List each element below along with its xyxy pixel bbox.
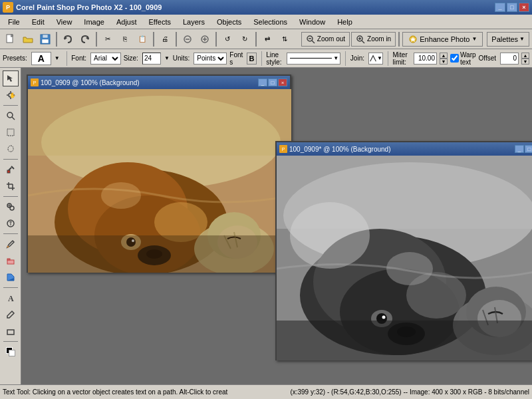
toolbar-sep6 [255,32,257,47]
zoom-tool[interactable] [3,108,19,124]
presets-label: Presets: [3,55,27,62]
menu-view[interactable]: View [51,17,78,27]
select-rect-tool[interactable] [3,124,19,140]
pen-tool[interactable] [3,307,19,323]
toolbar2-div3 [345,51,346,66]
tool-sep2 [3,159,18,160]
svg-rect-40 [7,260,14,264]
app-title: Corel Paint Shop Pro Photo X2 - 100_0909 [16,3,162,11]
menu-file[interactable]: File [3,17,25,27]
size-dropdown[interactable]: ▼ [164,51,170,66]
menu-adjust[interactable]: Adjust [111,17,142,27]
lasso-tool[interactable] [3,141,19,157]
brush-tool[interactable] [3,236,19,252]
warp-text-checkbox[interactable] [450,54,459,63]
brush-size-down[interactable] [180,32,196,47]
zoom-out-button[interactable]: Zoom out [301,32,350,47]
units-select[interactable]: Points [194,53,227,65]
flip-v[interactable]: ⇅ [277,32,293,47]
flip-h[interactable]: ⇄ [259,32,275,47]
fill-tool[interactable] [3,269,19,285]
offset-down[interactable]: ▼ [521,59,529,65]
menu-help[interactable]: Help [332,17,358,27]
svg-text:✋: ✋ [9,92,15,98]
crop-tool[interactable] [3,178,19,194]
open-button[interactable] [20,32,36,47]
doc-controls-1[interactable]: _ □ × [258,78,287,86]
cut-button[interactable]: ✂ [100,32,116,47]
preset-dropdown[interactable]: ▼ [53,51,62,66]
minimize-button[interactable]: _ [495,3,505,12]
pan-tool[interactable]: ✋ [3,87,19,103]
line-style-dropdown[interactable]: ▼ [287,53,340,65]
bold-button[interactable]: B [247,53,256,65]
color-fg[interactable] [3,344,19,360]
preset-value[interactable]: A [31,52,51,65]
offset-input[interactable] [500,53,519,65]
doc-minimize-2[interactable]: _ [515,145,524,153]
join-dropdown[interactable]: ▼ [368,53,383,65]
arrow-tool[interactable] [3,70,19,86]
svg-rect-25 [7,129,14,136]
doc-restore-1[interactable]: □ [268,78,277,86]
undo-button[interactable] [60,32,76,47]
toolbar-sep1 [56,32,57,47]
svg-rect-2 [43,35,48,38]
rotate-right[interactable]: ↻ [237,32,253,47]
paste-button[interactable]: 📋 [134,32,150,47]
zoom-out-label: Zoom out [317,35,345,43]
menu-effects[interactable]: Effects [144,17,176,27]
miter-spinner[interactable]: ▲ ▼ [440,53,448,65]
font-select[interactable]: Arial [90,53,121,65]
text-tool[interactable]: A [3,290,19,306]
clone-tool[interactable] [3,199,19,215]
doc-controls-2[interactable]: _ □ × [515,145,532,153]
doc-close-1[interactable]: × [278,78,287,86]
miter-up[interactable]: ▲ [440,53,448,59]
print-button[interactable]: 🖨 [157,32,173,47]
toolbar2-div1 [66,51,67,66]
maximize-button[interactable]: □ [507,3,517,12]
font-s-label: Font s [229,51,243,66]
toolbox: ✋ [0,68,21,384]
offset-up[interactable]: ▲ [521,53,529,59]
enhance-photo-button[interactable]: Enhance Photo ▼ [402,32,483,47]
menu-objects[interactable]: Objects [211,17,247,27]
brush-size-up[interactable] [197,32,213,47]
offset-spinner[interactable]: ▲ ▼ [521,53,529,65]
close-button[interactable]: × [519,3,529,12]
doc-minimize-1[interactable]: _ [258,78,267,86]
miter-down[interactable]: ▼ [440,59,448,65]
redo-button[interactable] [77,32,93,47]
rotate-left[interactable]: ↺ [219,32,235,47]
eraser-tool[interactable] [3,253,19,269]
title-bar-controls[interactable]: _ □ × [495,3,529,12]
save-button[interactable] [37,32,53,47]
palettes-button[interactable]: Palettes ▼ [487,32,529,47]
shape-tool[interactable] [3,323,19,339]
menu-selections[interactable]: Selections [248,17,293,27]
palettes-label: Palettes [491,35,518,43]
doc-titlebar-2[interactable]: P 100_0909* @ 100% (Background) _ □ × [277,142,532,156]
menu-image[interactable]: Image [78,17,110,27]
svg-text:A: A [8,294,14,303]
copy-button[interactable]: ⎘ [117,32,133,47]
menu-edit[interactable]: Edit [27,17,50,27]
svg-rect-3 [42,39,49,43]
miter-input[interactable] [414,53,437,65]
svg-line-24 [12,117,15,120]
menu-layers[interactable]: Layers [178,17,210,27]
menu-window[interactable]: Window [294,17,331,27]
doc-titlebar-1[interactable]: P 100_0909 @ 100% (Background) _ □ × [28,76,290,89]
eyedropper-tool[interactable] [3,162,19,178]
retouch-tool[interactable] [3,215,19,231]
toolbar-sep2 [96,32,97,47]
doc-content-2 [277,156,532,360]
new-button[interactable] [3,32,19,47]
doc-restore-2[interactable]: □ [525,145,532,153]
zoom-in-button[interactable]: Zoom in [351,32,396,47]
svg-rect-27 [7,170,10,173]
zoom-in-label: Zoom in [367,35,391,43]
warp-text-label: Warp text [460,51,476,66]
size-input[interactable] [142,53,161,65]
